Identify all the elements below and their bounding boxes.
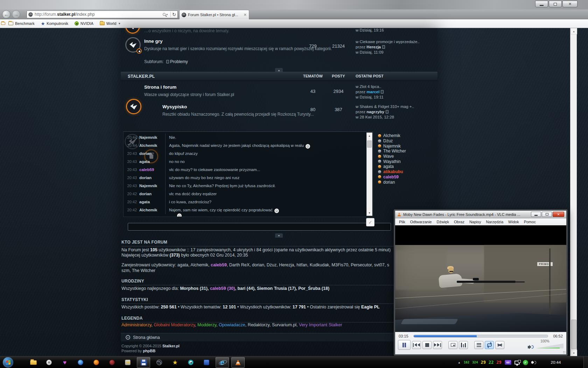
phpbb-link[interactable]: phpBB: [143, 349, 155, 353]
birthday-user[interactable]: caleb59 (30): [210, 286, 238, 291]
vlc-maximize-button[interactable]: [542, 212, 552, 217]
network-icon[interactable]: [514, 361, 520, 364]
chat-username[interactable]: caleb59: [139, 166, 165, 174]
chat-username[interactable]: Alchemik: [139, 142, 165, 150]
chat-username[interactable]: Najemnik: [139, 134, 165, 142]
lastpost-author[interactable]: marcel: [366, 90, 379, 94]
taskbar-clock[interactable]: 20:44: [545, 356, 566, 368]
goto-post-icon[interactable]: [381, 90, 384, 94]
chat-username[interactable]: Alchemik: [139, 206, 165, 214]
chat-username[interactable]: dorian: [139, 150, 165, 158]
favorite-nvidia[interactable]: NVIDIA: [71, 19, 97, 28]
browser-tab[interactable]: Forum Stalker.pl • Strona gł... ✕: [179, 10, 249, 19]
vlc-close-button[interactable]: ✕: [553, 212, 564, 217]
vlc-video-area[interactable]: PRIMOS: [395, 225, 566, 332]
taskbar-icon-internet-explorer[interactable]: e: [216, 357, 229, 368]
vlc-volume-slider[interactable]: 100%: [536, 340, 564, 349]
search-icon[interactable]: [163, 13, 166, 16]
favorite-komputronik[interactable]: ★Komputronik: [38, 19, 71, 28]
chat-ok-button[interactable]: ✓: [366, 218, 374, 226]
restore-button[interactable]: [549, 1, 562, 7]
online-user[interactable]: Alchemik: [378, 133, 406, 138]
resize-grip[interactable]: [563, 351, 566, 354]
show-desktop-button[interactable]: [583, 356, 588, 368]
vlc-titlebar[interactable]: Moby New Dawn Fades - Lyric Free Soundtr…: [395, 211, 566, 218]
vlc-shuffle-button[interactable]: [495, 341, 504, 349]
birthday-user[interactable]: Siemon Trusia (17): [257, 286, 298, 291]
taskbar-icon-app-eye[interactable]: [184, 357, 197, 368]
taskbar-icon-app-blue2[interactable]: [200, 357, 213, 368]
section-title[interactable]: STALKER.PL: [128, 74, 155, 79]
legend-group-link[interactable]: Opowiadacze: [219, 322, 248, 327]
expand-section-button[interactable]: ▼: [275, 233, 283, 238]
vlc-menu-item[interactable]: Odtwarzanie: [408, 219, 434, 225]
close-button[interactable]: ✕: [562, 1, 578, 7]
minimize-button[interactable]: [535, 1, 548, 7]
chat-scroll-down-button[interactable]: ▼: [367, 210, 372, 216]
chat-scroll-thumb[interactable]: [367, 141, 372, 148]
lastpost-topic-link[interactable]: w Zlot 4 lipca..: [356, 84, 384, 89]
chat-username[interactable]: dorian: [139, 190, 165, 198]
scroll-thumb[interactable]: [571, 320, 576, 349]
forum-link-inne-gry[interactable]: Inne gry: [144, 39, 163, 44]
lastpost-author[interactable]: nagrzyby: [366, 110, 384, 114]
online-user[interactable]: Wayathin: [378, 159, 406, 164]
birthday-user[interactable]: Morphos (31): [180, 286, 210, 291]
search-dropdown-icon[interactable]: ▾: [166, 13, 168, 16]
chat-scrollbar[interactable]: ▲ ▼: [366, 132, 372, 216]
show-hidden-icons-button[interactable]: ▲: [458, 361, 461, 364]
update-check-icon[interactable]: ✓: [523, 360, 528, 365]
start-button[interactable]: [3, 357, 13, 368]
forum-link-strona[interactable]: Strona i forum: [144, 84, 176, 90]
vlc-menu-item[interactable]: Napisy: [467, 219, 484, 225]
online-user[interactable]: caleb59: [378, 175, 406, 180]
taskbar-icon-app-white[interactable]: [42, 357, 56, 368]
vlc-menu-item[interactable]: Obraz: [451, 219, 467, 225]
online-user[interactable]: Dżuz: [378, 138, 406, 144]
legend-group-link[interactable]: Redaktorzy: [248, 322, 272, 327]
vlc-pause-button[interactable]: [398, 340, 411, 350]
vlc-menu-item[interactable]: Narzędzia: [484, 219, 506, 225]
gpu-monitor-icon[interactable]: 60: [505, 360, 511, 365]
vlc-menu-item[interactable]: Widok: [506, 219, 522, 225]
vlc-previous-button[interactable]: [412, 341, 421, 349]
vlc-next-button[interactable]: [433, 341, 442, 349]
birthday-user[interactable]: Por_Śruba (18): [298, 286, 329, 291]
online-user[interactable]: dorian: [378, 179, 406, 185]
forum-link-wysypisko[interactable]: Wysypisko: [162, 104, 187, 109]
legend-group-link[interactable]: Survarium.pl: [272, 322, 299, 327]
birthday-user[interactable]: bari (44): [237, 286, 257, 291]
taskbar-icon-save-app[interactable]: [137, 357, 150, 368]
taskbar-icon-app-star[interactable]: ★: [168, 357, 182, 368]
chat-username[interactable]: agata: [139, 158, 165, 166]
taskbar-icon-app-silver[interactable]: [121, 357, 134, 368]
vlc-menu-item[interactable]: Pomoc: [522, 219, 538, 225]
favorite-world[interactable]: World▼: [97, 19, 124, 28]
taskbar-icon-messenger[interactable]: ♥: [58, 357, 71, 368]
legend-group-link[interactable]: Very Important Stalker: [299, 322, 342, 327]
taskbar-icon-app-orange[interactable]: [90, 357, 103, 368]
taskbar-icon-dark-globe[interactable]: [153, 357, 166, 368]
tab-close-icon[interactable]: ✕: [244, 13, 247, 17]
legend-group-link[interactable]: Administratorzy: [121, 322, 154, 327]
legend-group-link[interactable]: Modderzy: [197, 322, 219, 327]
refresh-icon[interactable]: ↻: [172, 12, 176, 17]
vlc-menu-item[interactable]: Dźwięk: [434, 219, 451, 225]
taskbar-icon-vlc[interactable]: [231, 357, 245, 368]
online-user[interactable]: The Witcher: [378, 149, 406, 154]
chat-username[interactable]: agata: [139, 198, 165, 206]
legend-group-link[interactable]: Globalni Moderatorzy: [154, 322, 197, 327]
online-user[interactable]: agata: [378, 164, 406, 169]
lastpost-topic-link[interactable]: w Shakes & Fidget 310+ mag +..: [356, 104, 414, 109]
taskbar-icon-explorer[interactable]: [27, 357, 40, 368]
browser-scrollbar[interactable]: ▲ ▼: [570, 28, 577, 356]
lastpost-author[interactable]: Herezja: [366, 45, 381, 49]
vlc-stop-button[interactable]: [422, 341, 432, 349]
goto-post-icon[interactable]: [386, 110, 388, 114]
forward-button[interactable]: →: [12, 10, 20, 19]
chat-username[interactable]: dorian: [139, 174, 165, 182]
vlc-menu-item[interactable]: Plik: [397, 219, 408, 225]
chat-username[interactable]: Najemnik: [139, 182, 165, 190]
online-user[interactable]: Najemnik: [378, 143, 406, 149]
add-favorite-folder-icon[interactable]: [1, 22, 5, 25]
